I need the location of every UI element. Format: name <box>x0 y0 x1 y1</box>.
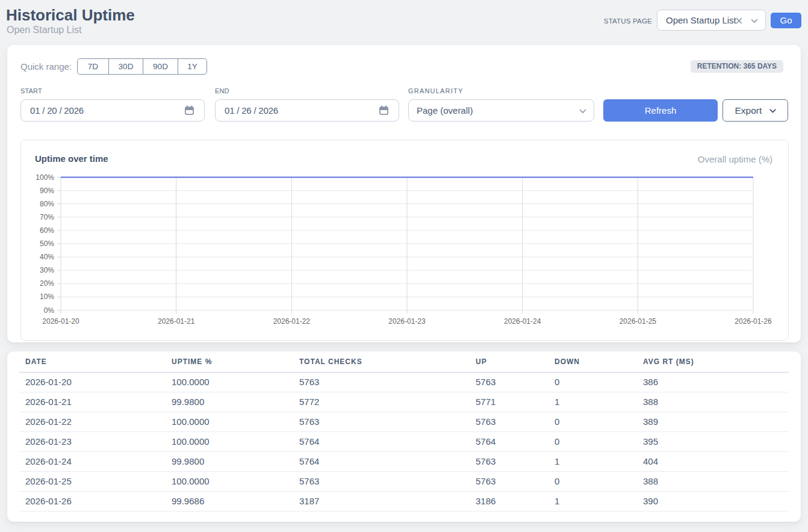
svg-text:2026-01-20: 2026-01-20 <box>42 317 79 326</box>
svg-text:30%: 30% <box>40 266 54 274</box>
svg-text:100%: 100% <box>36 173 54 182</box>
svg-text:80%: 80% <box>40 200 54 208</box>
svg-text:70%: 70% <box>40 213 54 221</box>
svg-text:2026-01-25: 2026-01-25 <box>620 317 657 326</box>
svg-text:2026-01-24: 2026-01-24 <box>504 317 541 326</box>
svg-text:40%: 40% <box>40 253 54 261</box>
svg-text:90%: 90% <box>40 187 54 195</box>
svg-text:20%: 20% <box>40 279 54 288</box>
svg-text:2026-01-23: 2026-01-23 <box>388 317 426 326</box>
svg-text:50%: 50% <box>40 240 54 248</box>
svg-text:10%: 10% <box>40 292 54 301</box>
svg-text:0%: 0% <box>44 306 55 315</box>
svg-text:2026-01-21: 2026-01-21 <box>158 317 195 326</box>
svg-text:60%: 60% <box>40 226 54 235</box>
svg-text:2026-01-22: 2026-01-22 <box>273 317 311 326</box>
svg-text:2026-01-26: 2026-01-26 <box>735 317 772 326</box>
